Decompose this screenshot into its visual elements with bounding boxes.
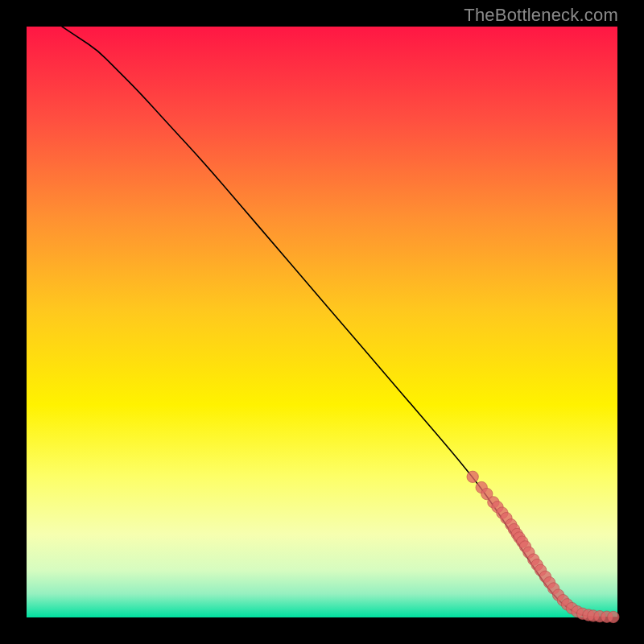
figure-frame: TheBottleneck.com (0, 0, 644, 644)
curve-layer (0, 0, 644, 644)
marker-dot (608, 611, 619, 622)
marker-group (467, 471, 619, 623)
bottleneck-curve (62, 27, 617, 617)
marker-dot (467, 471, 478, 482)
